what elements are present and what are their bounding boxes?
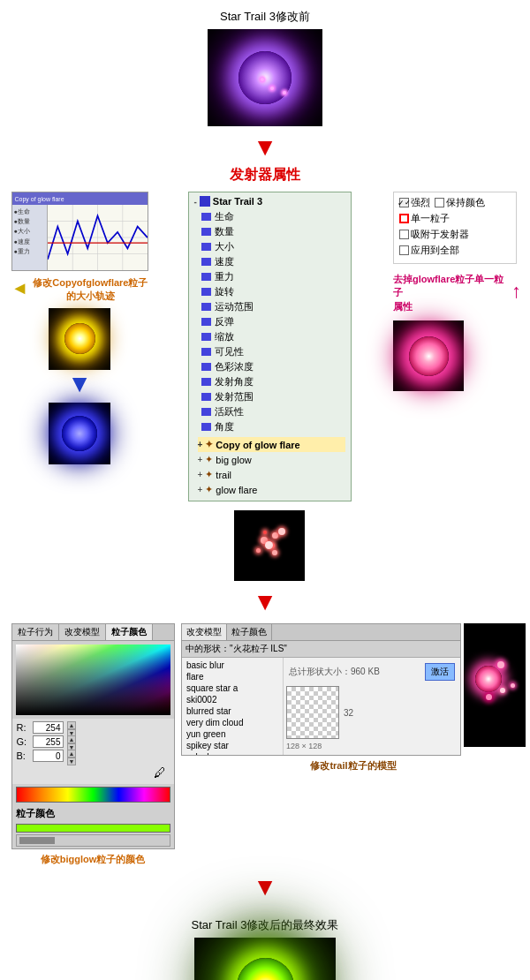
cluster-dot-6 [263,531,267,534]
checkbox-attach[interactable]: 吸附于发射器 [399,228,469,241]
rgb-g-input[interactable] [33,735,64,748]
model-item-dim-cloud[interactable]: very dim cloud [184,717,281,728]
model-item-basic-blur[interactable]: basic blur [184,660,281,671]
glow-cluster [247,524,292,568]
checkbox-strong[interactable]: ✓ 强烈 [399,196,430,209]
tree-item-text-emit-range: 发射范围 [215,390,254,403]
rgb-b-input[interactable] [33,750,64,762]
tree-collapse-icon[interactable]: - [194,197,197,207]
tab-change-model[interactable]: 改变模型 [59,624,106,640]
rgb-r-up-arrow[interactable]: ▲ [67,721,77,729]
final-section: Star Trail 3修改后的最终效果 [0,908,530,980]
tree-children: + ✦ Copy of glow flare + ✦ big glow + ✦ … [194,437,345,497]
keep-color-checkbox-box[interactable] [435,198,444,207]
tree-title: - Star Trail 3 [194,196,345,207]
rgb-controls: R: ▲ ▼ G: ▲ ▼ [12,719,174,784]
rgb-r-input[interactable] [33,721,64,734]
graph-svg [48,205,148,270]
checkbox-keep-color[interactable]: 保持颜色 [435,196,485,209]
apply-all-checkbox-box[interactable] [399,245,409,255]
rgb-r-label: R: [17,722,29,733]
strong-checkbox-box[interactable]: ✓ [399,198,409,207]
tab-particle-color[interactable]: 粒子颜色 [106,624,153,640]
page-container: Star Trail 3修改前 ▼ 发射器属性 Copy of glow fla… [0,0,530,980]
tree-child-plus-1: + [198,440,203,449]
arrow-yellow-left: ◄ [11,278,29,298]
bottom-label-left: 修改bigglow粒子的颜色 [41,853,146,866]
tree-child-label-3: trail [216,470,231,480]
attach-checkbox-box[interactable] [399,230,409,239]
bottom-row: 粒子行为 改变模型 粒子颜色 R: [0,623,530,866]
center-panel: - Star Trail 3 生命 数量 大小 [155,192,384,581]
tree-icon [200,196,210,207]
rgb-b-up-arrow[interactable]: ▲ [67,750,77,758]
graph-sidebar-item: ●数量 [14,216,45,226]
emitter-label: 发射器属性 [0,166,530,185]
single-particle-checkbox-box[interactable] [399,214,409,223]
rgb-b-arrows[interactable]: ▲ ▼ [67,750,77,762]
tab-particle-behavior[interactable]: 粒子行为 [12,624,59,640]
right-panel: ✓ 强烈 保持颜色 单一粒子 [389,192,521,391]
dropper-icon[interactable]: 🖊 [150,764,170,781]
preview-glow-dot-2 [500,688,505,693]
right-panel-label: 去掉glowflare粒子单一粒子属性 [393,273,507,313]
model-tab-particle-color[interactable]: 粒子颜色 [227,624,272,640]
dropper-container: 🖊 [17,764,170,781]
graph-sidebar-item: ●生命 [14,207,45,216]
tree-item-size: 大小 [194,239,345,254]
cluster-dot-8 [278,528,285,535]
model-item-flare[interactable]: flare [184,671,281,682]
tree-item-icon-emit-angle [201,378,211,386]
model-item-blurred-star[interactable]: blurred star [184,705,281,717]
star-purple-glow [238,51,292,104]
bottom-label-right: 修改trail粒子的模型 [310,759,396,773]
color-picker-area[interactable] [16,645,170,715]
checkbox-single-particle[interactable]: 单一粒子 [399,212,450,225]
arrow-blue-down: ▼ [67,370,92,398]
glow-pink [409,336,449,376]
scroll-thumb[interactable] [19,837,55,844]
model-panel-content: 中的形状："火花粒子 ILS" basic blur flare square … [181,640,461,756]
preview-num: 32 [344,708,353,718]
tree-item-icon-scale [201,333,211,341]
checkbox-row-2: 单一粒子 [399,212,511,225]
glow-yellow [64,323,95,354]
star-yellow-small [49,308,110,370]
rgb-g-up-arrow[interactable]: ▲ [67,735,77,743]
tree-child-copy-glow[interactable]: + ✦ Copy of glow flare [198,437,345,452]
model-list[interactable]: basic blur flare square star a ski0002 b… [182,658,284,755]
tree-item-motion-range: 运动范围 [194,299,345,314]
select-button[interactable]: 激活 [425,663,455,681]
bottom-right-section: 改变模型 粒子颜色 中的形状："火花粒子 ILS" basic blur [181,623,526,773]
tree-child-trail[interactable]: + ✦ trail [198,467,345,482]
rgb-r-arrows[interactable]: ▲ ▼ [67,721,77,734]
rgb-g-arrows[interactable]: ▲ ▼ [67,735,77,748]
panel-scroll[interactable] [16,834,170,847]
model-item-ski[interactable]: ski0002 [184,694,281,705]
model-item-splash[interactable]: splash [184,751,281,755]
before-title: Star Trail 3修改前 [0,0,530,29]
graph-main [48,205,148,270]
checkbox-apply-all[interactable]: 应用到全部 [399,244,459,257]
preview-glow-dot-1 [497,661,504,668]
tree-child-glow-flare[interactable]: + ✦ glow flare [198,482,345,497]
tree-item-icon-angle [201,423,211,431]
tree-item-count: 数量 [194,224,345,239]
emitter-tree: - Star Trail 3 生命 数量 大小 [188,192,352,501]
model-tab-change-model[interactable]: 改变模型 [182,624,227,640]
graph-title-bar: Copy of glow flare [12,192,148,205]
preview-glow-dot-4 [511,683,515,688]
tree-child-big-glow[interactable]: + ✦ big glow [198,452,345,467]
rgb-g-label: G: [17,736,29,747]
model-item-spikey-star[interactable]: spikey star [184,740,281,751]
model-item-square-star[interactable]: square star a [184,682,281,694]
star-before-image [208,29,322,126]
model-item-yun-green[interactable]: yun green [184,728,281,740]
tree-child-star-1: ✦ [205,439,213,450]
tree-item-text-bounce: 反弹 [215,315,234,328]
bottom-left-section: 粒子行为 改变模型 粒子颜色 R: [4,623,181,866]
arrow-emitter-section: ▼ 发射器属性 [0,126,530,192]
graph-sidebar: ●生命 ●数量 ●大小 ●速度 ●重力 [12,205,48,270]
arrow-section-2: ▼ [0,581,530,623]
color-bar-1[interactable] [16,787,170,803]
